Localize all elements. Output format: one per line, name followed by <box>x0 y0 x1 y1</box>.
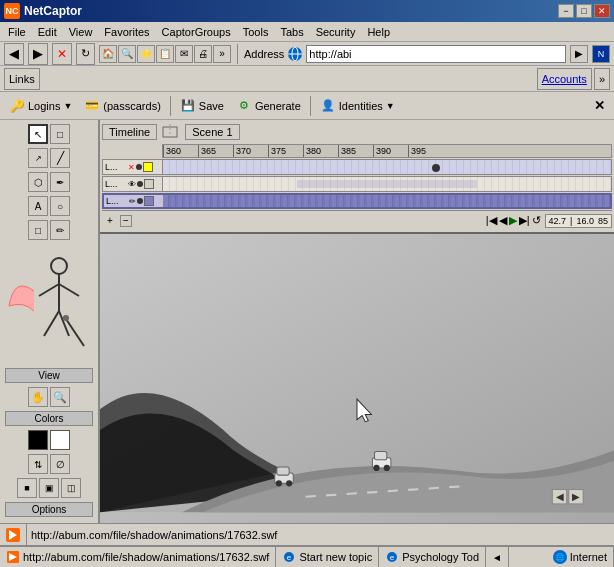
ruler-375: 375 <box>268 145 303 157</box>
ruler-380: 380 <box>303 145 338 157</box>
text-tool[interactable]: A <box>28 196 48 216</box>
menu-captorgroups[interactable]: CaptorGroups <box>156 24 237 40</box>
refresh-button[interactable]: ↻ <box>76 43 95 65</box>
address-bar: ◀ ▶ ✕ ↻ 🏠 🔍 ⭐ 📋 ✉ 🖨 » Address ▶ N <box>0 42 614 66</box>
home-button[interactable]: 🏠 <box>99 45 117 63</box>
subselect-tool[interactable]: ↗ <box>28 148 48 168</box>
prev-frame-button[interactable]: ◀ <box>499 214 507 227</box>
taskbar-arrow[interactable]: ◄ <box>486 547 509 567</box>
scene-button[interactable]: Scene 1 <box>185 124 239 140</box>
track-1-frames[interactable] <box>163 160 611 174</box>
menu-file[interactable]: File <box>2 24 32 40</box>
menu-help[interactable]: Help <box>361 24 396 40</box>
timeline-button[interactable]: Timeline <box>102 124 157 140</box>
select-tool[interactable]: ↖ <box>28 124 48 144</box>
menu-favorites[interactable]: Favorites <box>98 24 155 40</box>
track-2-eye[interactable]: 👁 <box>128 180 136 189</box>
zoom-tool[interactable]: 🔍 <box>50 387 70 407</box>
first-frame-button[interactable]: |◀ <box>486 214 497 227</box>
svg-line-7 <box>44 311 59 336</box>
taskbar-url-item[interactable]: http://abum.com/file/shadow/animations/1… <box>0 547 276 567</box>
forward-button[interactable]: ▶ <box>28 43 48 65</box>
pen-tool[interactable]: ✒ <box>50 172 70 192</box>
back-button[interactable]: ◀ <box>4 43 24 65</box>
stroke-color[interactable] <box>28 430 48 450</box>
toolbar-close-button[interactable]: ✕ <box>589 95 610 117</box>
loop-button[interactable]: ↺ <box>532 214 541 227</box>
track-3: L... ✏ <box>102 193 612 209</box>
ruler-395: 395 <box>408 145 443 157</box>
menu-view[interactable]: View <box>63 24 99 40</box>
tool-row-top: ↖ □ <box>26 122 72 146</box>
taskbar-psychology[interactable]: e Psychology Tod <box>379 547 486 567</box>
delete-layer-button[interactable]: − <box>120 215 132 227</box>
browser-content: ↖ □ ↗ ╱ ⬡ ✒ A ○ □ ✏ <box>0 120 614 523</box>
track-2-color[interactable] <box>144 179 154 189</box>
swap-colors-icon[interactable]: ⇅ <box>28 454 48 474</box>
stop-button[interactable]: ✕ <box>52 43 72 65</box>
app-window: NC NetCaptor − □ ✕ File Edit View Favori… <box>0 0 614 567</box>
close-button[interactable]: ✕ <box>594 4 610 18</box>
lasso-tool[interactable]: ⬡ <box>28 172 48 192</box>
more-links-button[interactable]: » <box>594 68 610 90</box>
ruler-385: 385 <box>338 145 373 157</box>
generate-button[interactable]: ⚙ Generate <box>231 95 306 117</box>
address-input[interactable] <box>306 45 566 63</box>
menu-tabs[interactable]: Tabs <box>274 24 309 40</box>
no-color-icon[interactable]: ∅ <box>50 454 70 474</box>
track-1-delete[interactable]: ✕ <box>128 163 135 172</box>
track-2-controls: L... 👁 <box>103 177 163 191</box>
pencil-tool[interactable]: ✏ <box>50 220 70 240</box>
svg-point-3 <box>51 258 67 274</box>
status-icon-item <box>0 524 27 545</box>
logins-button[interactable]: 🔑 Logins ▼ <box>4 95 77 117</box>
track-3-pencil[interactable]: ✏ <box>129 197 136 206</box>
track-1-color[interactable] <box>143 162 153 172</box>
timeline-icon <box>161 124 181 140</box>
svg-text:▶: ▶ <box>572 491 580 502</box>
svg-line-6 <box>59 284 79 296</box>
maximize-button[interactable]: □ <box>576 4 592 18</box>
fill-color[interactable] <box>50 430 70 450</box>
svg-point-20 <box>276 480 282 486</box>
menu-security[interactable]: Security <box>310 24 362 40</box>
svg-line-8 <box>59 311 69 336</box>
accounts-button[interactable]: Accounts <box>537 68 592 90</box>
minimize-button[interactable]: − <box>558 4 574 18</box>
passcards-button[interactable]: 💳 (passcards) <box>79 95 165 117</box>
hand-tool[interactable]: ✋ <box>28 387 48 407</box>
search-button[interactable]: 🔍 <box>118 45 136 63</box>
tool-extra-2[interactable]: ▣ <box>39 478 59 498</box>
menu-edit[interactable]: Edit <box>32 24 63 40</box>
line-tool[interactable]: ╱ <box>50 148 70 168</box>
menu-tools[interactable]: Tools <box>237 24 275 40</box>
save-button[interactable]: 💾 Save <box>175 95 229 117</box>
more-nav-button[interactable]: » <box>213 45 231 63</box>
history-button[interactable]: 📋 <box>156 45 174 63</box>
right-panel: Timeline Scene 1 360 365 370 375 380 385… <box>100 120 614 523</box>
svg-rect-19 <box>277 467 289 475</box>
track-2-frames[interactable] <box>163 177 611 191</box>
go-button[interactable]: ▶ <box>570 45 588 63</box>
next-frame-button[interactable]: ▶| <box>519 214 530 227</box>
play-button[interactable]: ▶ <box>509 214 517 227</box>
tool-extra-1[interactable]: ■ <box>17 478 37 498</box>
rect-tool[interactable]: □ <box>28 220 48 240</box>
track-3-frames[interactable] <box>164 195 610 207</box>
title-bar-buttons: − □ ✕ <box>558 4 610 18</box>
identities-button[interactable]: 👤 Identities ▼ <box>315 95 400 117</box>
favorites-button[interactable]: ⭐ <box>137 45 155 63</box>
links-button[interactable]: Links <box>4 68 40 90</box>
oval-tool[interactable]: ○ <box>50 196 70 216</box>
taskbar-newtopic[interactable]: e Start new topic <box>276 547 379 567</box>
view-label: View <box>5 368 93 383</box>
coord-x: 42.7 <box>549 216 567 226</box>
mail-button[interactable]: ✉ <box>175 45 193 63</box>
track-3-color[interactable] <box>144 196 154 206</box>
add-layer-button[interactable]: + <box>104 215 116 227</box>
coord-display: 42.7 | 16.0 85 <box>545 214 612 228</box>
transform-tool[interactable]: □ <box>50 124 70 144</box>
svg-point-10 <box>63 315 69 321</box>
tool-extra-3[interactable]: ◫ <box>61 478 81 498</box>
print-button[interactable]: 🖨 <box>194 45 212 63</box>
